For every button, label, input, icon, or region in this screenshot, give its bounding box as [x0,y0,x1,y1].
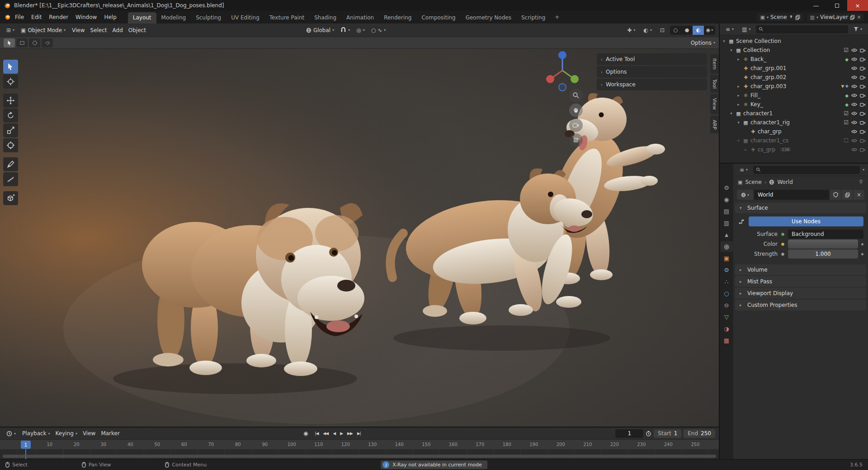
workspace-tab[interactable]: Layout [128,12,156,24]
shading-material-button[interactable]: ◐ [693,26,704,35]
collection-checkbox[interactable] [844,137,849,144]
proportional-editing-toggle[interactable]: ○∿▾ [368,26,389,34]
hide-viewport-icon[interactable] [851,57,857,61]
transform-orientation-selector[interactable]: Global▾ [303,26,337,34]
disable-render-icon[interactable] [860,102,866,107]
camera-view-button[interactable] [569,118,583,132]
outliner-item-label[interactable]: char_grp.003 [750,83,786,89]
properties-tab[interactable] [721,230,733,240]
viewport-menu-item[interactable]: Add [110,26,126,34]
outliner-item-label[interactable]: Collection [743,47,770,53]
viewport-menu-item[interactable]: Object [126,26,149,34]
play-button[interactable]: ▶ [338,430,345,437]
outliner-item-label[interactable]: char_grp.001 [750,65,786,71]
collection-checkbox[interactable] [844,119,849,126]
playback-sync-icon[interactable] [646,431,651,437]
next-keyframe-button[interactable]: ▶▶ [345,430,355,437]
properties-tab[interactable] [721,277,733,287]
perspective-toggle-button[interactable] [569,133,583,147]
prev-keyframe-button[interactable]: ◀◀ [321,430,330,437]
outliner-item-label[interactable]: character1_rig [750,119,790,126]
workspace-tab[interactable]: Scripting [516,12,550,24]
timeline-editor-type-button[interactable]: ▾ [4,430,19,437]
play-reverse-button[interactable]: ◀ [330,430,338,437]
scale-tool-button[interactable] [3,123,18,137]
world-browse-button[interactable]: ▾ [737,190,753,200]
app-menu-item[interactable]: Window [72,13,100,22]
close-button[interactable]: × [847,0,868,11]
jump-end-button[interactable]: ▶| [355,430,363,437]
timeline-menu-item[interactable]: Marker▾ [98,429,122,437]
outliner-row[interactable]: char_grp ▼✚ ◆ [720,127,868,136]
properties-tab[interactable] [721,335,733,346]
outliner-item-label[interactable]: cs_grp [758,146,775,153]
shading-wireframe-button[interactable]: ○ [670,26,681,35]
workspace-tab[interactable]: Animation [341,12,379,24]
select-mode-tweak-button[interactable] [4,38,15,47]
hide-viewport-icon[interactable] [851,66,857,70]
annotate-tool-button[interactable] [3,157,18,171]
world-name-field[interactable]: World [754,190,829,200]
mode-selector[interactable]: ▣Object Mode▾ [18,26,68,34]
disclosure-icon[interactable]: ▾ [729,111,734,116]
collapsed-panel[interactable]: › Active Tool [597,53,707,65]
disable-render-icon[interactable] [860,66,866,70]
fake-user-button[interactable] [830,190,841,200]
disable-render-icon[interactable] [860,48,866,52]
hide-viewport-icon[interactable] [851,102,857,107]
sidebar-tab[interactable]: View [710,94,719,114]
surface-section-header[interactable]: ▾ Surface [735,202,866,213]
outliner-row[interactable]: char_grp.002 ▼✚ ◆ [720,73,868,82]
show-gizmo-toggle[interactable]: ✚▾ [624,26,638,34]
collapsed-panel[interactable]: › Options [597,66,707,78]
properties-options-icon[interactable]: ▾ [863,168,864,172]
properties-tab[interactable] [721,218,733,228]
timeline-menu-item[interactable]: Playback▾ [19,429,53,437]
collapsed-panel[interactable]: › Workspace [597,79,707,90]
shading-rendered-button[interactable]: ◉▾ [704,26,715,35]
disclosure-icon[interactable]: ▾ [736,120,741,125]
workspace-tab[interactable]: Modeling [156,12,191,24]
hide-viewport-icon[interactable] [851,147,857,152]
viewport-3d-scene[interactable] [0,49,719,427]
properties-editor-type-button[interactable]: ≡▾ [737,166,750,174]
disclosure-icon[interactable]: ▾ [736,138,741,143]
timeline-scrollbar[interactable] [3,455,716,458]
view-axis-gizmo[interactable] [541,49,584,92]
properties-tab[interactable] [721,194,733,205]
outliner-row[interactable]: ▾ Scene Collection ▼✚ ◆ [720,37,868,46]
rotate-tool-button[interactable] [3,108,18,122]
new-scene-icon[interactable] [795,14,800,20]
disable-render-icon[interactable] [860,120,866,125]
outliner-item-label[interactable]: character1 [743,110,773,117]
minimize-button[interactable]: — [806,0,826,11]
disclosure-icon[interactable]: ▸ [736,93,741,98]
snapping-toggle[interactable]: ▾ [338,26,353,34]
disable-render-icon[interactable] [860,138,866,143]
property-field[interactable]: 1.000 [788,249,858,258]
frame-start-field[interactable]: Start1 [654,429,681,438]
maximize-button[interactable] [826,0,847,11]
properties-tab[interactable] [721,288,733,299]
unlink-viewlayer-icon[interactable]: × [857,14,861,20]
outliner-row[interactable]: ▸ Back_ ▼✚ ◆ [720,55,868,64]
pivot-point-selector[interactable]: ◎▾ [354,26,368,34]
timeline-track[interactable] [0,449,719,459]
disable-render-icon[interactable] [860,75,866,80]
select-mode-lasso-button[interactable] [42,38,53,47]
properties-tab[interactable] [721,206,733,216]
outliner-display-mode[interactable]: ▥▾ [739,25,753,33]
outliner-item-label[interactable]: Fill_ [750,92,760,99]
scene-selector[interactable]: ▣▾ Scene [757,13,803,21]
breadcrumb-world[interactable]: World [777,179,793,185]
new-viewlayer-icon[interactable] [850,14,855,20]
disable-render-icon[interactable] [860,93,866,98]
blender-menu-icon[interactable] [4,14,11,20]
outliner-row[interactable]: ▸ Fill_ ▼✚ ◆ [720,91,868,100]
cursor-tool-button[interactable] [3,75,18,89]
hide-viewport-icon[interactable] [851,48,857,52]
auto-keying-toggle[interactable]: ◉ [303,430,308,437]
properties-tab[interactable] [721,253,733,263]
outliner-item-label[interactable]: Back_ [750,56,766,62]
property-section-header[interactable]: ▸ Viewport Display [735,288,866,299]
